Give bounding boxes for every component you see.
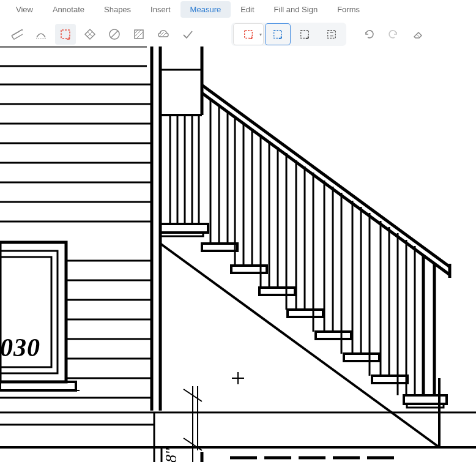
svg-rect-0 xyxy=(12,29,23,39)
svg-rect-45 xyxy=(160,233,203,236)
architectural-drawing xyxy=(0,47,476,462)
arc-tool[interactable] xyxy=(31,24,51,45)
chevron-down-icon: ▾ xyxy=(259,32,262,37)
cloud-hatch-icon xyxy=(157,28,169,40)
svg-rect-19 xyxy=(301,31,309,39)
eraser-button[interactable] xyxy=(407,24,428,45)
svg-rect-76 xyxy=(344,354,379,361)
svg-line-12 xyxy=(135,30,141,37)
menu-insert[interactable]: Insert xyxy=(141,1,180,18)
svg-rect-5 xyxy=(61,30,70,39)
svg-line-13 xyxy=(136,32,143,39)
menu-shapes[interactable]: Shapes xyxy=(94,1,141,18)
menu-bar: View Annotate Shapes Insert Measure Edit… xyxy=(0,0,476,19)
eraser-icon xyxy=(412,28,424,40)
svg-line-23 xyxy=(417,34,420,37)
selection-area-dropdown[interactable]: ▾ xyxy=(234,24,263,45)
area-dashed-icon xyxy=(59,28,72,40)
area-tool[interactable] xyxy=(55,24,76,45)
svg-rect-55 xyxy=(202,244,237,251)
drawing-number-label: 030 xyxy=(0,333,40,362)
svg-line-16 xyxy=(163,32,166,36)
svg-line-46 xyxy=(202,85,450,267)
checkmark-icon xyxy=(182,28,194,40)
svg-rect-11 xyxy=(135,30,143,39)
selection-narrow-icon xyxy=(326,29,337,40)
selection-rect-plain[interactable] xyxy=(292,24,317,45)
undo-button[interactable] xyxy=(359,24,379,45)
history-group xyxy=(359,24,428,45)
diamond-hatch-icon xyxy=(84,28,96,40)
svg-rect-80 xyxy=(372,376,407,383)
selection-area-red-icon xyxy=(243,29,254,40)
svg-rect-18 xyxy=(274,31,282,39)
menu-measure[interactable]: Measure xyxy=(180,1,231,18)
undo-icon xyxy=(363,28,375,40)
selection-mode-group: ▾ xyxy=(231,23,346,46)
svg-rect-17 xyxy=(245,31,253,39)
menu-forms[interactable]: Forms xyxy=(327,1,370,18)
circle-slash-icon xyxy=(108,28,121,40)
svg-rect-72 xyxy=(316,332,351,339)
svg-line-10 xyxy=(111,31,118,38)
hatch-square-tool[interactable] xyxy=(128,24,149,45)
svg-rect-68 xyxy=(288,310,323,317)
menu-annotate[interactable]: Annotate xyxy=(43,1,94,18)
svg-rect-44 xyxy=(160,224,208,233)
svg-rect-64 xyxy=(259,288,295,295)
drawing-canvas[interactable]: 030 8" xyxy=(0,47,476,462)
selection-rect-narrow[interactable] xyxy=(319,24,344,45)
ruler-icon xyxy=(10,28,23,40)
selection-blue-icon xyxy=(272,29,283,40)
hatch-diamond-tool[interactable] xyxy=(80,24,100,45)
svg-line-47 xyxy=(202,93,450,275)
svg-line-14 xyxy=(135,30,138,34)
checkmark-tool[interactable] xyxy=(177,24,198,45)
square-hatch-icon xyxy=(133,28,145,40)
menu-edit[interactable]: Edit xyxy=(231,1,264,18)
svg-line-15 xyxy=(160,32,164,35)
arc-icon xyxy=(35,28,47,40)
selection-plain-icon xyxy=(299,29,310,40)
redo-icon xyxy=(387,28,400,40)
selection-rect-blue[interactable] xyxy=(266,24,290,45)
ruler-tool[interactable] xyxy=(6,24,27,45)
hatch-circle-tool[interactable] xyxy=(104,24,125,45)
toolbar: ▾ xyxy=(0,19,476,50)
hatch-cloud-tool[interactable] xyxy=(153,24,174,45)
menu-view[interactable]: View xyxy=(6,1,43,18)
menu-fill-and-sign[interactable]: Fill and Sign xyxy=(264,1,328,18)
redo-button[interactable] xyxy=(383,24,404,45)
svg-rect-20 xyxy=(328,31,336,39)
dimension-label: 8" xyxy=(162,448,180,462)
